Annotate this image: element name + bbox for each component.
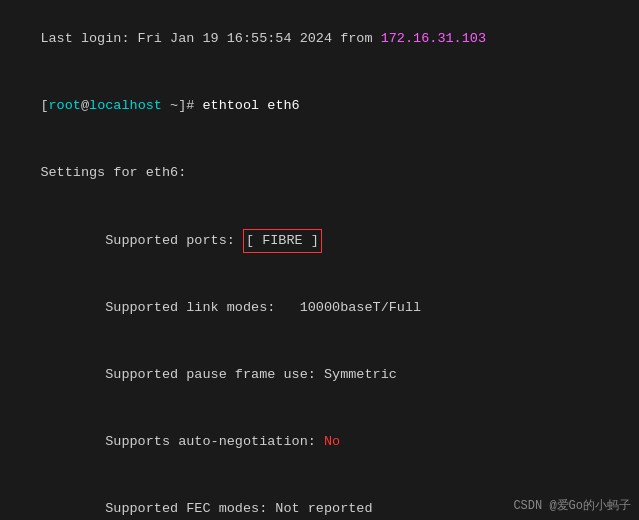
supported-link-text: Supported link modes: 10000baseT/Full — [40, 300, 421, 315]
login-ip: 172.16.31.103 — [381, 31, 486, 46]
settings-line: Settings for eth6: — [8, 140, 631, 207]
supports-autoneg-label: Supports auto-negotiation: — [40, 434, 324, 449]
supported-ports-line: Supported ports: [ FIBRE ] — [8, 206, 631, 275]
user: root — [49, 98, 81, 113]
prompt-suffix: ~]# — [162, 98, 203, 113]
terminal: Last login: Fri Jan 19 16:55:54 2024 fro… — [0, 0, 639, 520]
supported-link-line: Supported link modes: 10000baseT/Full — [8, 275, 631, 342]
hostname: localhost — [89, 98, 162, 113]
at: @ — [81, 98, 89, 113]
supports-autoneg-line: Supports auto-negotiation: No — [8, 409, 631, 476]
watermark: CSDN @爱Go的小蚂子 — [513, 497, 631, 514]
login-line: Last login: Fri Jan 19 16:55:54 2024 fro… — [8, 6, 631, 73]
login-text: Last login: Fri Jan 19 16:55:54 2024 fro… — [40, 31, 380, 46]
supported-ports-label: Supported ports: — [40, 233, 243, 248]
supported-pause-text: Supported pause frame use: Symmetric — [40, 367, 396, 382]
supported-ports-value: [ FIBRE ] — [243, 229, 322, 253]
supported-fec-text: Supported FEC modes: Not reported — [40, 501, 372, 516]
settings-text: Settings for eth6: — [40, 165, 186, 180]
supports-autoneg-value: No — [324, 434, 340, 449]
command: ethtool eth6 — [202, 98, 299, 113]
bracket-open: [ — [40, 98, 48, 113]
supported-pause-line: Supported pause frame use: Symmetric — [8, 342, 631, 409]
command-line: [root@localhost ~]# ethtool eth6 — [8, 73, 631, 140]
